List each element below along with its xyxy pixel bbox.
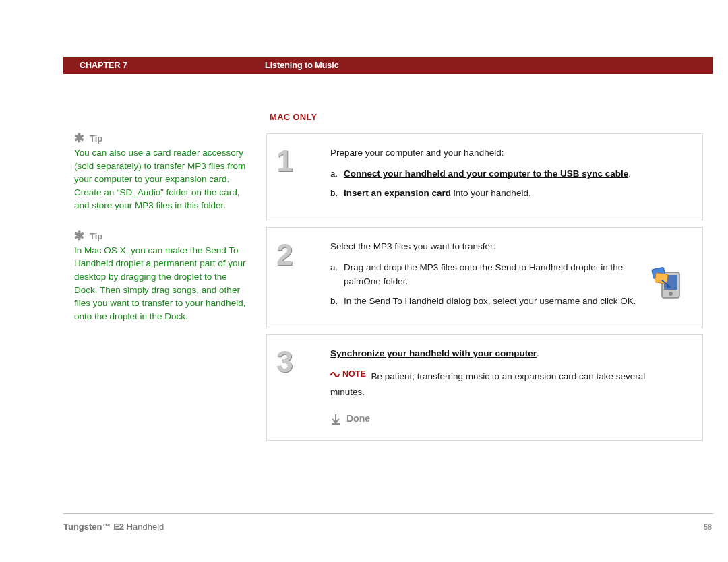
link-connect-usb[interactable]: Connect your handheld and your computer …: [344, 168, 628, 179]
step-intro: Select the MP3 files you want to transfe…: [330, 240, 693, 254]
step-number-col: 2: [276, 240, 330, 314]
sub-item: b. Insert an expansion card into your ha…: [330, 187, 693, 201]
sub-letter: b.: [330, 187, 344, 201]
step-2: 2 Select the MP3 files you want to trans…: [266, 227, 703, 328]
tip-heading: ✱ Tip: [74, 231, 251, 241]
asterisk-icon: ✱: [74, 232, 84, 241]
sub-letter: a.: [330, 167, 344, 181]
footer-rule: [63, 513, 713, 514]
step-3: 3 Synchronize your handheld with your co…: [266, 334, 703, 440]
link-synchronize[interactable]: Synchronize your handheld with your comp…: [330, 348, 537, 358]
tip-body: In Mac OS X, you can make the Send To Ha…: [74, 244, 251, 323]
footer-product-rest: Handheld: [124, 522, 164, 532]
sub-after: .: [628, 168, 631, 179]
platform-label: MAC ONLY: [270, 112, 317, 122]
done-row: Done: [330, 412, 693, 427]
footer-product: Tungsten™ E2 Handheld: [63, 522, 164, 532]
page-header: CHAPTER 7 Listening to Music: [63, 57, 713, 74]
step-1: 1 Prepare your computer and your handhel…: [266, 133, 703, 220]
tip-block: ✱ Tip In Mac OS X, you can make the Send…: [74, 231, 251, 323]
step-body: Select the MP3 files you want to transfe…: [330, 240, 693, 314]
sub-letter: a.: [330, 261, 344, 289]
sub-text: Insert an expansion card into your handh…: [344, 187, 531, 201]
handheld-droplet-icon: [648, 266, 686, 303]
sync-after: .: [537, 348, 539, 358]
sync-line: Synchronize your handheld with your comp…: [330, 347, 693, 361]
sub-item: a. Drag and drop the MP3 files onto the …: [330, 261, 639, 289]
tip-heading: ✱ Tip: [74, 133, 251, 144]
sub-list: a. Connect your handheld and your comput…: [330, 167, 693, 201]
sub-text: Drag and drop the MP3 files onto the Sen…: [344, 261, 639, 289]
sidebar-tips: ✱ Tip You can also use a card reader acc…: [74, 133, 251, 342]
note-body: Be patient; transferring music to an exp…: [371, 371, 646, 381]
steps-container: 1 Prepare your computer and your handhel…: [266, 133, 703, 447]
note-label: NOTE: [342, 368, 366, 381]
sub-text: In the Send To Handheld dialog box, sele…: [344, 294, 636, 309]
step-number: 3: [276, 347, 330, 377]
step-intro: Prepare your computer and your handheld:: [330, 146, 693, 160]
tip-body: You can also use a card reader accessory…: [74, 146, 251, 212]
tip-block: ✱ Tip You can also use a card reader acc…: [74, 133, 251, 212]
done-label: Done: [346, 412, 370, 427]
step-body: Synchronize your handheld with your comp…: [330, 347, 693, 426]
note-icon: [330, 370, 340, 379]
sub-text: Connect your handheld and your computer …: [344, 167, 631, 181]
svg-point-2: [669, 292, 673, 296]
note-badge: NOTE: [330, 368, 366, 381]
note-line: NOTE Be patient; transferring music to a…: [330, 368, 693, 384]
sub-after: into your handheld.: [451, 188, 531, 198]
step-number: 1: [276, 146, 330, 176]
sub-item: b. In the Send To Handheld dialog box, s…: [330, 294, 639, 309]
chapter-label: CHAPTER 7: [80, 61, 265, 70]
done-arrow-icon: [330, 414, 341, 425]
tip-title-text: Tip: [90, 133, 102, 144]
footer-product-bold: Tungsten™ E2: [63, 522, 124, 532]
sub-list: a. Drag and drop the MP3 files onto the …: [330, 261, 693, 309]
svg-rect-4: [655, 273, 668, 284]
sub-letter: b.: [330, 294, 344, 309]
page-title: Listening to Music: [265, 61, 339, 70]
step-number: 2: [276, 240, 330, 270]
sub-item: a. Connect your handheld and your comput…: [330, 167, 693, 181]
link-insert-card[interactable]: Insert an expansion card: [344, 188, 451, 198]
note-body-2: minutes.: [330, 385, 693, 400]
step-number-col: 3: [276, 347, 330, 426]
step-body: Prepare your computer and your handheld:…: [330, 146, 693, 206]
page-number: 58: [704, 523, 712, 531]
tip-title-text: Tip: [90, 231, 102, 241]
asterisk-icon: ✱: [74, 134, 84, 143]
step-number-col: 1: [276, 146, 330, 206]
